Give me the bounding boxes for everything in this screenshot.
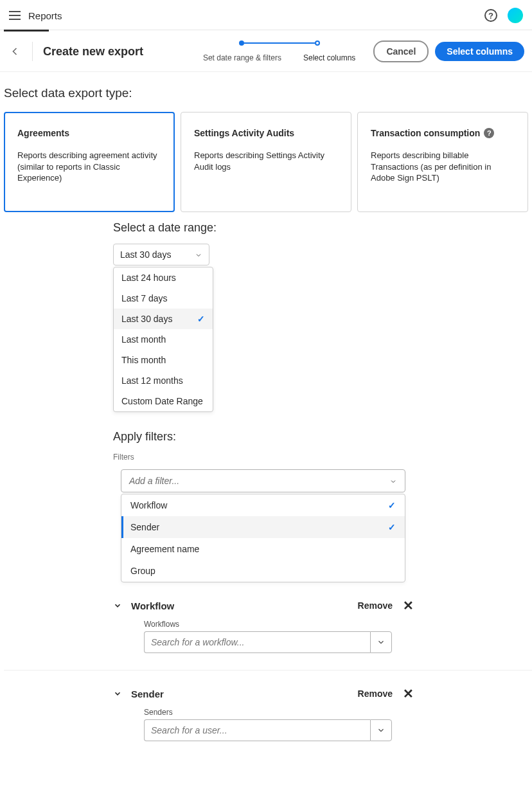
topbar-right: ? (484, 8, 523, 23)
page-title: Create new export (43, 45, 143, 59)
fopt-label: Sender (130, 522, 159, 532)
sender-search-input[interactable] (144, 719, 370, 741)
divider (4, 670, 532, 670)
back-arrow-icon[interactable] (8, 44, 22, 59)
filters-section: Apply filters: Filters Add a filter... W… (113, 430, 528, 741)
opt-label: This month (121, 355, 166, 365)
applied-filter-workflow: Workflow Remove ✕ Workflows (113, 599, 528, 653)
fopt-label: Agreement name (130, 544, 199, 554)
date-range-heading: Select a date range: (113, 221, 528, 235)
opt-label: Last month (121, 334, 166, 345)
card-desc: Reports describing agreement activity (s… (17, 150, 161, 184)
applied-filter-title: Workflow (131, 600, 174, 611)
add-filter-select[interactable]: Add a filter... (121, 469, 405, 492)
card-title: Transaction consumption ? (371, 128, 515, 138)
date-option[interactable]: Last 24 hours (114, 267, 213, 288)
chevron-down-icon[interactable] (113, 601, 122, 610)
fopt-label: Group (130, 566, 155, 576)
date-option[interactable]: Custom Date Range (114, 391, 213, 411)
filter-dropdown: Workflow ✓ Sender ✓ Agreement name Group (121, 494, 405, 582)
chevron-down-icon[interactable] (113, 689, 122, 698)
page-toolbar: Create new export Set date range & filte… (0, 32, 532, 72)
topbar: Reports ? (0, 0, 532, 30)
card-title: Agreements (17, 128, 161, 138)
date-range-dropdown: Last 24 hours Last 7 days Last 30 days ✓… (113, 267, 213, 412)
applied-filter-sender: Sender Remove ✕ Senders (113, 687, 528, 741)
date-option[interactable]: This month (114, 350, 213, 370)
step-dot-1 (239, 40, 244, 46)
applied-filter-sublabel: Workflows (144, 620, 528, 629)
check-icon: ✓ (197, 314, 205, 324)
chevron-down-icon (389, 477, 397, 485)
applied-filter-title: Sender (131, 688, 164, 699)
help-icon[interactable]: ? (484, 9, 497, 22)
card-title-text: Transaction consumption (371, 128, 480, 138)
avatar[interactable] (508, 8, 523, 23)
filter-option-agreement-name[interactable]: Agreement name (121, 538, 405, 560)
add-filter-placeholder: Add a filter... (129, 476, 179, 486)
opt-label: Last 24 hours (121, 273, 176, 283)
export-type-cards: Agreements Reports describing agreement … (4, 112, 528, 212)
opt-label: Last 30 days (121, 314, 172, 324)
step-label-2: Select columns (303, 53, 355, 62)
step-dot-2 (315, 40, 320, 46)
date-option[interactable]: Last month (114, 329, 213, 350)
info-icon[interactable]: ? (484, 128, 494, 138)
divider (32, 42, 33, 61)
date-range-section: Select a date range: Last 30 days Last 2… (4, 221, 528, 741)
card-settings-audits[interactable]: Settings Activity Audits Reports describ… (181, 112, 351, 212)
select-columns-button[interactable]: Select columns (435, 42, 524, 61)
filters-label: Filters (113, 453, 528, 462)
sender-search-dropdown-button[interactable] (370, 719, 392, 741)
chevron-down-icon (195, 251, 202, 258)
opt-label: Last 12 months (121, 375, 183, 386)
progress-stepper: Set date range & filters Select columns (203, 40, 355, 62)
filters-heading: Apply filters: (113, 430, 528, 444)
applied-filter-sublabel: Senders (144, 708, 528, 717)
cancel-button[interactable]: Cancel (373, 40, 429, 62)
filter-option-workflow[interactable]: Workflow ✓ (121, 494, 405, 516)
date-option[interactable]: Last 7 days (114, 288, 213, 309)
close-icon[interactable]: ✕ (403, 599, 414, 612)
remove-filter-button[interactable]: Remove (358, 688, 393, 699)
check-icon: ✓ (388, 500, 396, 510)
content: Select data export type: Agreements Repo… (0, 72, 532, 767)
step-label-1: Set date range & filters (203, 53, 281, 62)
step-line (244, 42, 315, 44)
workflow-search-input[interactable] (144, 631, 370, 653)
topbar-title: Reports (28, 10, 62, 21)
card-desc: Reports describing Settings Activity Aud… (194, 150, 338, 172)
date-option[interactable]: Last 30 days ✓ (114, 309, 213, 329)
opt-label: Custom Date Range (121, 396, 203, 406)
card-transaction-consumption[interactable]: Transaction consumption ? Reports descri… (357, 112, 528, 212)
opt-label: Last 7 days (121, 293, 168, 303)
check-icon: ✓ (388, 522, 396, 532)
date-option[interactable]: Last 12 months (114, 370, 213, 391)
date-range-value: Last 30 days (120, 249, 171, 260)
card-desc: Reports describing billable Transactions… (371, 150, 515, 184)
card-agreements[interactable]: Agreements Reports describing agreement … (4, 112, 175, 212)
menu-icon[interactable] (9, 11, 21, 20)
filter-option-sender[interactable]: Sender ✓ (121, 516, 405, 538)
filter-option-group[interactable]: Group (121, 560, 405, 582)
export-type-heading: Select data export type: (4, 86, 528, 100)
workflow-search-dropdown-button[interactable] (370, 631, 392, 653)
card-title: Settings Activity Audits (194, 128, 338, 138)
close-icon[interactable]: ✕ (403, 687, 414, 700)
fopt-label: Workflow (130, 500, 167, 510)
topbar-left: Reports (9, 10, 62, 21)
date-range-select[interactable]: Last 30 days (113, 244, 209, 266)
remove-filter-button[interactable]: Remove (358, 600, 393, 611)
